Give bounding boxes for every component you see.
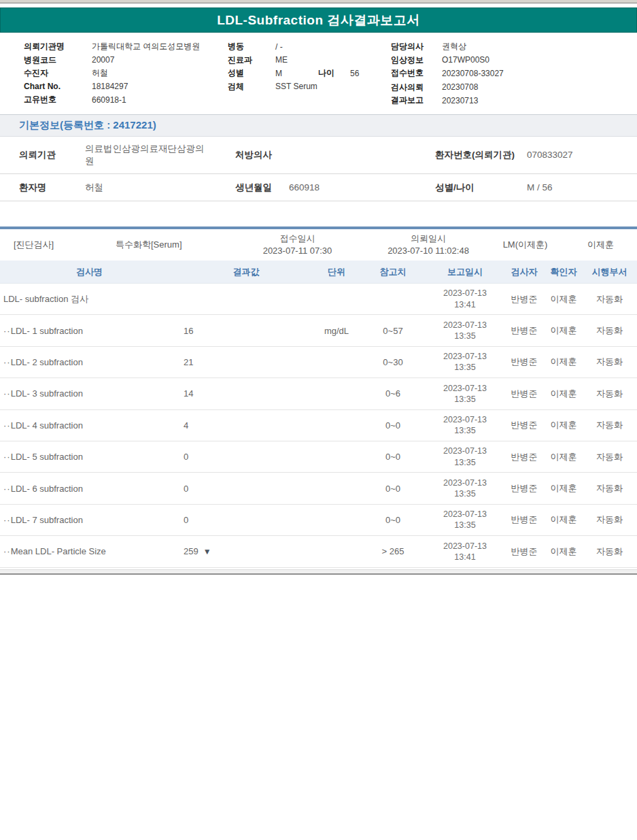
field-value: 20230708-33027 — [442, 69, 504, 78]
department: 자동화 — [582, 514, 637, 526]
field-label: 병동 — [228, 41, 275, 52]
field-value: 070833027 — [527, 149, 637, 161]
field-label: 고유번호 — [24, 94, 92, 105]
report-time: 13:35 — [454, 331, 475, 341]
field-label: 임상정보 — [391, 54, 442, 66]
column-header: 보고일시 — [427, 266, 503, 278]
field-value: M / 56 — [527, 182, 637, 194]
table-row: ··LDL- 2 subfraction 21 0~30 2023-07-131… — [0, 347, 637, 378]
field-label: 접수번호 — [391, 67, 442, 79]
field-value: 가톨릭대학교 여의도성모병원 — [92, 41, 200, 52]
verifier: 이제훈 — [545, 388, 582, 400]
tester: 반병준 — [503, 419, 545, 431]
section-title: 기본정보(등록번호 : 2417221) — [19, 119, 156, 132]
field-label: 수진자 — [24, 67, 92, 79]
window-top-edge — [0, 0, 637, 3]
report-title-bar: LDL-Subfraction 검사결과보고서 — [0, 7, 637, 33]
tester: 반병준 — [503, 482, 545, 494]
field-label: 나이 — [318, 67, 350, 79]
test-name: LDL- 1 subfraction — [11, 326, 83, 336]
result-value: 4 — [184, 420, 188, 431]
field-label: 진료과 — [228, 54, 275, 66]
reference-range: 0~0 — [359, 515, 427, 525]
reference-range: 0~0 — [359, 420, 427, 431]
receipt-label: 접수일시 — [280, 233, 315, 245]
column-header: 단위 — [314, 266, 359, 278]
report-header-info: 의뢰기관명가톨릭대학교 여의도성모병원 병원코드20007 수진자허철 Char… — [0, 33, 637, 103]
field-label: 성별/나이 — [416, 182, 527, 194]
test-name: LDL- 2 subfraction — [11, 357, 83, 367]
report-date: 2023-07-13 — [443, 383, 487, 394]
field-label: 처방의사 — [216, 149, 289, 161]
result-value: 16 — [184, 326, 193, 336]
report-date: 2023-07-13 — [443, 320, 487, 331]
field-value: SST Serum — [275, 82, 317, 91]
field-value: ME — [275, 55, 288, 65]
table-row: ··LDL- 6 subfraction 0 0~0 2023-07-1313:… — [0, 473, 637, 504]
field-label: 의뢰기관명 — [24, 41, 92, 52]
field-value: 18184297 — [92, 82, 128, 91]
report-date: 2023-07-13 — [443, 477, 487, 488]
scrollbar-track[interactable] — [0, 569, 637, 575]
table-row: ··LDL- 3 subfraction 14 0~6 2023-07-1313… — [0, 378, 637, 409]
table-row: ··Mean LDL- Particle Size 259▼ > 265 202… — [0, 536, 637, 567]
verifier: 이제훈 — [545, 545, 582, 558]
result-value: 14 — [184, 388, 193, 399]
request-datetime: 의뢰일시 2023-07-10 11:02:48 — [371, 233, 486, 256]
verifier: 이제훈 — [545, 514, 582, 526]
department: 자동화 — [582, 419, 637, 431]
order-summary-row: [진단검사] 특수화학[Serum] 접수일시 2023-07-11 07:30… — [0, 226, 637, 261]
field-value: 20230708 — [442, 82, 478, 92]
indent-dots: ·· — [3, 326, 11, 336]
report-date: 2023-07-13 — [443, 541, 487, 552]
result-value: 0 — [184, 452, 188, 462]
order-test-group: 특수화학[Serum] — [102, 239, 224, 251]
field-value: 허철 — [92, 67, 108, 79]
verifier: 이제훈 — [545, 356, 582, 368]
reference-range: 0~57 — [359, 326, 427, 336]
report-time: 13:35 — [454, 488, 475, 499]
report-date: 2023-07-13 — [443, 351, 487, 362]
verifier: 이제훈 — [545, 293, 582, 305]
field-label: 검체 — [228, 81, 275, 93]
field-label: 병원코드 — [24, 54, 92, 66]
tester: 반병준 — [503, 545, 545, 558]
report-time: 13:41 — [454, 552, 475, 562]
basic-info-section-header: 기본정보(등록번호 : 2417221) — [0, 114, 637, 137]
test-name: Mean LDL- Particle Size — [11, 546, 106, 556]
reference-range: 0~0 — [359, 452, 427, 462]
page-title: LDL-Subfraction 검사결과보고서 — [217, 12, 420, 29]
indent-dots: ·· — [3, 420, 11, 431]
test-name: LDL- 3 subfraction — [11, 388, 83, 399]
report-time: 13:35 — [454, 394, 475, 405]
test-name: LDL- 4 subfraction — [11, 420, 83, 431]
report-date: 2023-07-13 — [443, 414, 487, 425]
field-label: 결과보고 — [391, 95, 442, 106]
field-value: O17WP00S0 — [442, 55, 489, 65]
column-header: 검사자 — [503, 266, 545, 278]
tester: 반병준 — [503, 324, 545, 337]
receipt-time: 2023-07-11 07:30 — [263, 245, 332, 257]
report-date: 2023-07-13 — [443, 446, 487, 456]
tester: 반병준 — [503, 356, 545, 368]
field-value: 권혁상 — [442, 41, 466, 52]
header-info-left: 의뢰기관명가톨릭대학교 여의도성모병원 병원코드20007 수진자허철 Char… — [24, 40, 200, 107]
indent-dots: ·· — [3, 515, 11, 525]
request-time: 2023-07-10 11:02:48 — [388, 245, 469, 257]
test-name: LDL- subfraction 검사 — [3, 294, 88, 304]
reference-range: > 265 — [359, 546, 427, 556]
test-name: LDL- 6 subfraction — [11, 484, 83, 494]
field-value: 660918 — [289, 182, 416, 194]
report-date: 2023-07-13 — [443, 288, 487, 299]
table-row: ··LDL- 7 subfraction 0 0~0 2023-07-1313:… — [0, 505, 637, 536]
field-value: 660918-1 — [92, 95, 126, 105]
verifier: 이제훈 — [545, 482, 582, 494]
field-value: 20230713 — [442, 96, 478, 105]
basic-info-row: 환자명 허철 생년월일 660918 성별/나이 M / 56 — [0, 174, 637, 201]
field-label: 환자번호(의뢰기관) — [416, 149, 527, 161]
request-label: 의뢰일시 — [411, 233, 446, 245]
field-label: 의뢰기관 — [0, 149, 85, 161]
result-value: 21 — [184, 357, 193, 367]
basic-info-row: 의뢰기관 의료법인삼광의료재단삼광의원 처방의사 환자번호(의뢰기관) 0708… — [0, 137, 637, 174]
indent-dots: ·· — [3, 484, 11, 494]
